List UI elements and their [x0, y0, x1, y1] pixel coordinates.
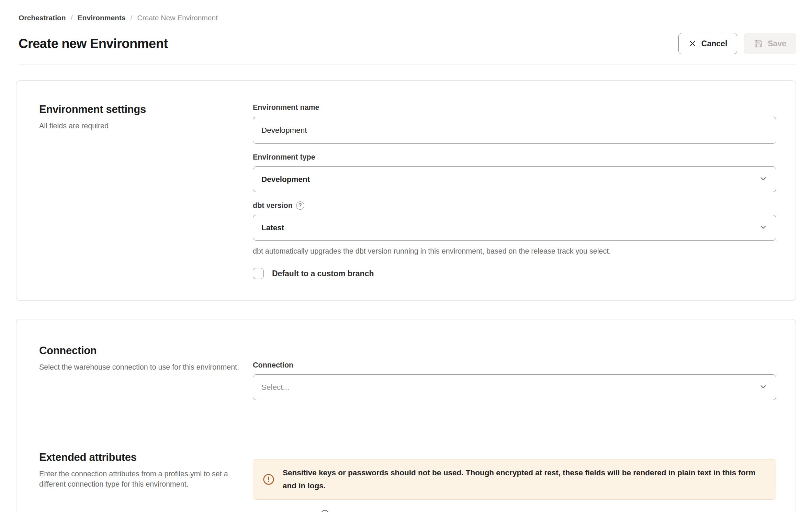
breadcrumb-orchestration[interactable]: Orchestration	[19, 14, 66, 22]
environment-type-label: Environment type	[253, 153, 776, 162]
custom-branch-checkbox[interactable]	[253, 268, 264, 279]
dbt-version-helper-text: dbt automatically upgrades the dbt versi…	[253, 247, 776, 256]
environment-settings-subheading: All fields are required	[39, 121, 240, 131]
breadcrumb: Orchestration / Environments / Create Ne…	[19, 14, 796, 22]
environment-settings-card: Environment settings All fields are requ…	[16, 80, 796, 301]
chevron-down-icon	[759, 223, 768, 233]
warning-text: Sensitive keys or passwords should not b…	[283, 466, 764, 492]
sensitive-keys-warning: Sensitive keys or passwords should not b…	[253, 459, 776, 500]
environment-type-select[interactable]: Development	[253, 166, 776, 192]
breadcrumb-environments[interactable]: Environments	[78, 14, 126, 22]
dbt-version-select[interactable]: Latest	[253, 215, 776, 241]
page-header: Orchestration / Environments / Create Ne…	[0, 0, 812, 65]
save-icon	[754, 39, 763, 48]
extended-attributes-description: Enter the connection attributes from a p…	[39, 469, 240, 489]
chevron-down-icon	[759, 382, 768, 393]
connection-select[interactable]: Select...	[253, 374, 776, 400]
save-button[interactable]: Save	[744, 33, 796, 54]
dbt-version-label: dbt version	[253, 201, 293, 210]
connection-heading: Connection	[39, 344, 253, 357]
form-content: Environment settings All fields are requ…	[0, 80, 812, 512]
header-divider	[19, 64, 796, 65]
cancel-button[interactable]: Cancel	[678, 33, 737, 54]
create-environment-page: Orchestration / Environments / Create Ne…	[0, 0, 812, 512]
connection-placeholder: Select...	[261, 383, 289, 392]
custom-branch-row: Default to a custom branch	[253, 268, 776, 279]
breadcrumb-separator: /	[131, 14, 133, 22]
page-title: Create new Environment	[19, 36, 168, 51]
cancel-button-label: Cancel	[701, 39, 727, 48]
connection-description: Select the warehouse connection to use f…	[39, 362, 240, 372]
breadcrumb-current: Create New Environment	[137, 14, 218, 22]
custom-branch-label[interactable]: Default to a custom branch	[272, 269, 374, 278]
connection-field-label: Connection	[253, 361, 776, 370]
environment-name-input[interactable]	[253, 117, 776, 144]
close-icon	[688, 39, 697, 48]
header-actions: Cancel Save	[678, 33, 796, 54]
dbt-version-value: Latest	[261, 223, 284, 232]
save-button-label: Save	[768, 39, 786, 48]
dbt-version-label-row: dbt version ?	[253, 201, 776, 210]
connection-card: Connection Select the warehouse connecti…	[16, 319, 796, 512]
environment-name-label: Environment name	[253, 103, 776, 112]
alert-circle-icon	[263, 474, 274, 485]
environment-type-value: Development	[261, 175, 310, 184]
question-circle-icon[interactable]: ?	[296, 201, 304, 210]
environment-settings-heading: Environment settings	[39, 103, 253, 116]
chevron-down-icon	[759, 174, 768, 185]
breadcrumb-separator: /	[71, 14, 73, 22]
extended-attributes-heading: Extended attributes	[39, 451, 253, 464]
